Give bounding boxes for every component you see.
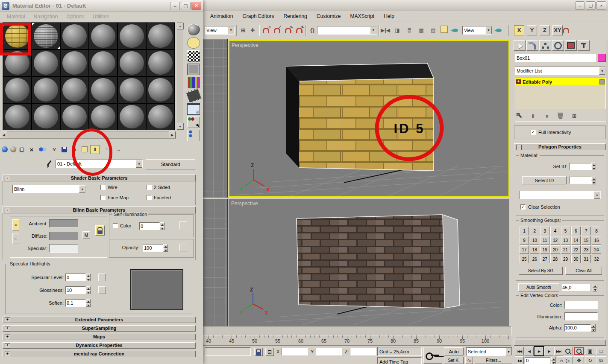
snaps-toolbar-partial-icon[interactable]: [563, 26, 569, 35]
sample-type-icon[interactable]: [187, 24, 200, 35]
material-slot[interactable]: [3, 103, 32, 130]
chevron-down-icon[interactable]: [599, 67, 605, 75]
zoom-extents-icon[interactable]: ▣: [585, 347, 595, 355]
spinner-snap-icon[interactable]: [294, 26, 304, 35]
material-slot[interactable]: [60, 76, 89, 103]
alpha-spinner[interactable]: [591, 324, 596, 332]
frame-spinner[interactable]: [551, 357, 556, 364]
rollout-header[interactable]: mental ray Connection: [3, 351, 196, 357]
ambient-color-swatch[interactable]: [49, 219, 78, 228]
go-to-end-icon[interactable]: ▶▶|: [554, 347, 563, 355]
arc-rotate-icon[interactable]: ↻: [585, 356, 595, 364]
menu-item[interactable]: Animation: [206, 13, 238, 19]
maximize-button[interactable]: ▢: [181, 2, 191, 10]
reference-coordinate-dropdown[interactable]: View: [205, 26, 235, 35]
snap-toggle-icon[interactable]: [261, 26, 270, 35]
modifier-list-dropdown[interactable]: Modifier List: [515, 67, 606, 75]
make-preview-icon[interactable]: [185, 88, 201, 104]
named-selection-dropdown[interactable]: [317, 26, 377, 35]
smoothing-group-button[interactable]: 11: [540, 236, 549, 245]
auto-smooth-field[interactable]: [562, 284, 590, 291]
material-editor-titlebar[interactable]: Material Editor - 01 - Default – ▢ ✕: [0, 0, 203, 12]
main-close-button[interactable]: ×: [596, 1, 606, 10]
current-frame-field[interactable]: [525, 357, 550, 364]
scroll-left-icon[interactable]: ◀: [0, 131, 7, 138]
tab-motion-icon[interactable]: [552, 40, 564, 51]
material-editor-icon[interactable]: [441, 26, 448, 33]
set-key-button[interactable]: Set K.: [444, 357, 464, 364]
sample-uv-tiling-icon[interactable]: [187, 64, 200, 75]
material-slot[interactable]: [60, 50, 89, 76]
set-id-field[interactable]: [569, 163, 591, 170]
material-slot[interactable]: [117, 103, 146, 130]
smoothing-group-button[interactable]: 28: [550, 255, 560, 263]
scroll-right-icon[interactable]: ▶: [169, 131, 176, 138]
smoothing-group-button[interactable]: 10: [530, 236, 539, 245]
material-slot[interactable]: [146, 103, 175, 130]
x-coordinate-field[interactable]: [282, 348, 308, 355]
axis-y-button[interactable]: Y: [527, 25, 537, 35]
self-illum-color-checkbox[interactable]: [113, 223, 118, 228]
main-minimize-button[interactable]: –: [575, 1, 585, 10]
rollout-header[interactable]: Blinn Basic Parameters: [3, 207, 196, 213]
stack-visibility-icon[interactable]: [599, 79, 605, 84]
smoothing-group-button[interactable]: 13: [561, 236, 570, 245]
y-coordinate-field[interactable]: [316, 348, 342, 355]
smoothing-group-button[interactable]: 27: [540, 255, 549, 263]
polygon-properties-rollout[interactable]: Polygon Properties: [514, 143, 606, 150]
next-frame-icon[interactable]: |▶: [544, 347, 553, 355]
axis-xy-button[interactable]: XY: [552, 25, 563, 35]
rollout-header[interactable]: Maps: [3, 334, 196, 340]
pan-icon[interactable]: ✥: [574, 356, 584, 364]
minimize-button[interactable]: –: [170, 2, 180, 10]
close-button[interactable]: ✕: [191, 2, 201, 10]
background-viewport-partial[interactable]: [203, 199, 228, 326]
smoothing-group-button[interactable]: 25: [520, 255, 529, 263]
smoothing-group-button[interactable]: 23: [582, 245, 591, 254]
chevron-down-icon[interactable]: [594, 191, 600, 199]
smoothing-group-button[interactable]: 19: [540, 245, 549, 254]
backlight-icon[interactable]: [187, 37, 200, 49]
stack-item-editable-poly[interactable]: Editable Poly: [515, 78, 605, 85]
chevron-down-icon[interactable]: [79, 185, 85, 193]
opacity-field[interactable]: [143, 244, 163, 252]
go-to-start-icon[interactable]: |◀◀: [515, 347, 524, 355]
material-slot[interactable]: [89, 50, 117, 76]
min-max-toggle-icon[interactable]: ⧉: [596, 356, 606, 364]
shader-type-dropdown[interactable]: Blinn: [12, 185, 86, 193]
smoothing-group-button[interactable]: 30: [571, 255, 581, 263]
zoom-extents-all-icon[interactable]: □: [596, 347, 606, 355]
object-color-swatch[interactable]: [598, 54, 606, 62]
smoothing-group-button[interactable]: 6: [571, 227, 581, 235]
command-panel-scrollbar[interactable]: [606, 39, 608, 346]
smoothing-group-button[interactable]: 29: [561, 255, 570, 263]
smoothing-group-button[interactable]: 26: [530, 255, 539, 263]
material-slot[interactable]: [117, 23, 146, 50]
self-illum-field[interactable]: [139, 222, 160, 230]
self-illum-spinner[interactable]: [160, 222, 164, 230]
select-id-spinner[interactable]: [591, 177, 596, 184]
smoothing-group-button[interactable]: 8: [592, 227, 601, 235]
auto-smooth-button[interactable]: Auto Smooth: [518, 283, 559, 291]
remove-modifier-icon[interactable]: [556, 111, 565, 120]
material-slot[interactable]: [32, 76, 60, 103]
use-pivot-point-icon[interactable]: ⊞: [238, 26, 248, 35]
smoothing-group-button[interactable]: 12: [550, 236, 560, 245]
viewport-label[interactable]: Perspective: [232, 42, 258, 48]
menu-item[interactable]: Customize: [312, 13, 346, 19]
material-id-name-dropdown[interactable]: [520, 191, 601, 199]
chevron-down-icon[interactable]: [505, 348, 512, 355]
key-filter-dropdown[interactable]: Selected: [466, 347, 512, 356]
menu-item[interactable]: Navigation: [29, 14, 62, 20]
material-slot[interactable]: [89, 103, 117, 130]
ambient-diffuse-padlock-icon[interactable]: [95, 225, 105, 236]
scroll-up-icon[interactable]: ▲: [177, 23, 184, 29]
layers-icon[interactable]: ≣: [405, 26, 414, 35]
quick-render-icon[interactable]: [494, 26, 503, 35]
mirror-icon[interactable]: ▶|◀: [381, 26, 390, 35]
menu-item[interactable]: Material: [3, 14, 29, 20]
glossiness-spinner[interactable]: [86, 286, 91, 294]
schematic-view-icon[interactable]: ▤: [429, 26, 438, 35]
material-slot[interactable]: [146, 50, 175, 76]
auto-smooth-spinner[interactable]: [593, 284, 597, 291]
